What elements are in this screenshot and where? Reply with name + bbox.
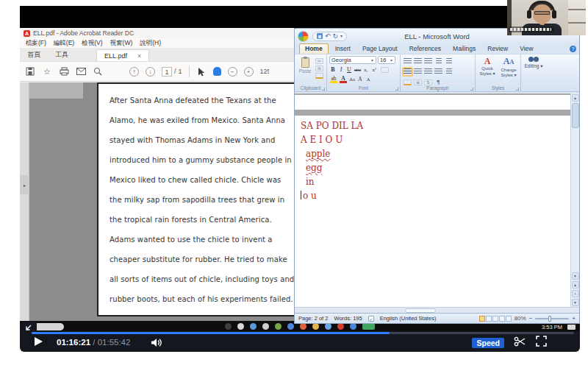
page-indicator[interactable]: Page: 2 of 2 xyxy=(298,315,328,322)
numbering-button[interactable] xyxy=(413,57,423,66)
browse-select-icon[interactable]: • xyxy=(572,290,579,297)
print-icon[interactable] xyxy=(59,66,69,77)
zoom-in-button[interactable]: + xyxy=(572,316,576,322)
view-mode-buttons[interactable] xyxy=(479,316,512,322)
acrobat-nav-tab[interactable]: 工具 xyxy=(48,48,76,61)
word-count[interactable]: Words: 195 xyxy=(334,315,362,322)
scroll-up-icon[interactable]: ▲ xyxy=(572,94,579,102)
word-document-text[interactable]: SA PO DIL LAA E I O Uappleeggino u xyxy=(301,119,363,203)
select-tool-icon[interactable] xyxy=(196,66,207,77)
taskbar-app-icon[interactable] xyxy=(312,323,319,330)
taskbar-app-icon[interactable] xyxy=(362,323,375,330)
bold-button[interactable]: B xyxy=(329,66,337,74)
hand-tool-icon[interactable] xyxy=(213,67,221,76)
browse-previous-icon[interactable]: ▲ xyxy=(572,281,579,289)
spellcheck-icon[interactable]: ✓ xyxy=(368,316,374,322)
quick-styles-button[interactable]: A Quick Styles ▾ xyxy=(478,57,497,84)
browse-next-icon[interactable]: ▼ xyxy=(572,299,579,306)
close-tab-icon[interactable]: × xyxy=(137,52,141,60)
change-case-button[interactable]: Aa xyxy=(348,75,356,83)
taskbar-app-icon[interactable] xyxy=(325,323,331,330)
taskbar-app-icon[interactable] xyxy=(300,323,306,330)
dialog-launcher-icon[interactable] xyxy=(470,88,473,91)
bullets-button[interactable] xyxy=(403,57,412,66)
acrobat-menu-item[interactable]: 編輯(E) xyxy=(51,39,77,48)
font-color-button[interactable]: A xyxy=(339,76,348,83)
ribbon-tab[interactable]: References xyxy=(404,44,446,54)
strikethrough-button[interactable]: abc xyxy=(354,66,362,74)
progress-bar[interactable] xyxy=(32,332,574,334)
ribbon-tab[interactable]: Review xyxy=(482,44,513,54)
fullscreen-button[interactable] xyxy=(536,336,547,350)
page-down-icon[interactable]: ↓ xyxy=(146,67,155,77)
paste-button[interactable]: Paste xyxy=(297,56,313,84)
zoom-level[interactable]: 125 xyxy=(260,68,269,75)
taskbar-clock[interactable]: 3:53 PM xyxy=(542,324,562,330)
editing-group[interactable]: Editing ▾ xyxy=(521,54,546,91)
help-icon[interactable]: ? xyxy=(570,46,576,52)
ribbon-tab[interactable]: Home xyxy=(299,43,329,54)
search-icon[interactable] xyxy=(93,66,103,77)
fullscreen-view-button[interactable] xyxy=(486,316,492,322)
save-icon[interactable] xyxy=(25,66,35,77)
star-icon[interactable]: ☆ xyxy=(42,66,52,77)
web-layout-view-button[interactable] xyxy=(492,316,498,322)
italic-button[interactable]: I xyxy=(337,66,345,74)
zoom-in-icon[interactable]: + xyxy=(244,67,254,77)
email-icon[interactable] xyxy=(76,66,86,77)
taskbar-app-icon[interactable] xyxy=(237,323,244,330)
ribbon-tab[interactable]: Page Layout xyxy=(357,44,403,54)
zoom-slider-thumb[interactable] xyxy=(548,316,551,322)
acrobat-menu-item[interactable]: 檔案(F) xyxy=(23,39,49,48)
taskbar-app-icon[interactable] xyxy=(262,323,269,330)
taskbar-app-icon[interactable] xyxy=(287,323,294,330)
decrease-indent-button[interactable] xyxy=(434,57,443,66)
multilevel-list-button[interactable] xyxy=(423,57,433,66)
align-center-button[interactable] xyxy=(413,68,423,76)
underline-button[interactable]: U xyxy=(345,66,353,74)
taskbar-app-icon[interactable] xyxy=(225,323,232,330)
format-painter-button[interactable] xyxy=(315,73,323,79)
play-button[interactable] xyxy=(35,337,43,346)
taskbar-app-icon[interactable] xyxy=(350,323,356,330)
draft-view-button[interactable] xyxy=(506,316,512,322)
shrink-font-button[interactable]: A xyxy=(365,75,372,83)
font-name-select[interactable]: Georgia ▼ xyxy=(329,56,376,64)
print-layout-view-button[interactable] xyxy=(479,316,485,322)
vertical-scrollbar[interactable]: ▲ ▼ ▲ • ▼ xyxy=(570,93,579,307)
acrobat-menu-item[interactable]: 視窗(W) xyxy=(107,39,136,48)
clear-formatting-button[interactable] xyxy=(381,67,389,73)
taskbar-app-icon[interactable] xyxy=(337,323,344,330)
align-right-button[interactable] xyxy=(423,68,433,76)
ribbon-tab[interactable]: Insert xyxy=(330,44,356,54)
cut-button[interactable]: ✂ xyxy=(315,58,323,64)
panel-toggle-icon[interactable]: ▸ xyxy=(20,175,29,194)
page-up-icon[interactable]: ↑ xyxy=(129,67,139,77)
acrobat-menu-item[interactable]: 說明(H) xyxy=(137,39,164,48)
grow-font-button[interactable]: A xyxy=(356,75,364,83)
change-styles-button[interactable]: AA Change Styles ▾ xyxy=(499,57,518,84)
line-spacing-button[interactable] xyxy=(444,68,453,76)
zoom-out-icon[interactable]: − xyxy=(228,67,237,77)
speed-button[interactable]: Speed xyxy=(472,338,504,348)
ribbon-tab[interactable]: View xyxy=(514,44,538,54)
superscript-button[interactable]: x² xyxy=(370,66,378,74)
acrobat-menu-item[interactable]: 檢視(V) xyxy=(79,39,105,48)
clip-scissors-button[interactable] xyxy=(514,336,526,350)
dialog-launcher-icon[interactable] xyxy=(395,88,398,91)
scroll-down-icon[interactable]: ▼ xyxy=(572,272,579,280)
horizontal-scrollbar[interactable] xyxy=(295,307,579,313)
outline-view-button[interactable] xyxy=(499,316,505,322)
scrollbar-thumb[interactable] xyxy=(572,103,579,128)
acrobat-nav-tab[interactable]: 首頁 xyxy=(20,48,48,61)
zoom-percentage[interactable]: 80% xyxy=(514,316,526,322)
zoom-slider[interactable] xyxy=(535,318,569,319)
increase-indent-button[interactable] xyxy=(444,57,453,66)
taskbar-app-icon[interactable] xyxy=(275,323,282,330)
acrobat-document-tab[interactable]: ELL.pdf × xyxy=(96,49,149,61)
dialog-launcher-icon[interactable] xyxy=(322,88,325,91)
ribbon-tab[interactable]: Mailings xyxy=(448,44,481,54)
justify-button[interactable] xyxy=(434,68,443,76)
taskbar-tray-icon[interactable] xyxy=(567,325,576,330)
zoom-out-button[interactable]: − xyxy=(529,316,533,322)
